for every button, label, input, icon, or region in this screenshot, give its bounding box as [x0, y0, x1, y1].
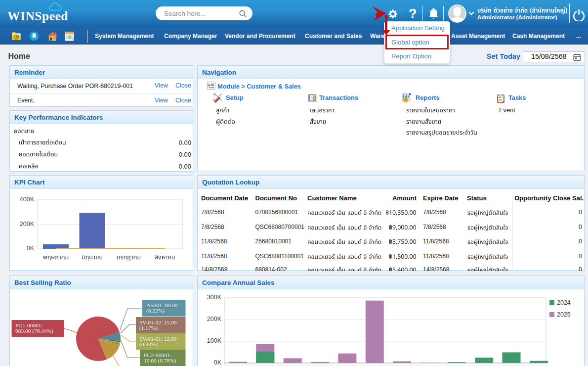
svg-text:$: $ [405, 98, 407, 101]
